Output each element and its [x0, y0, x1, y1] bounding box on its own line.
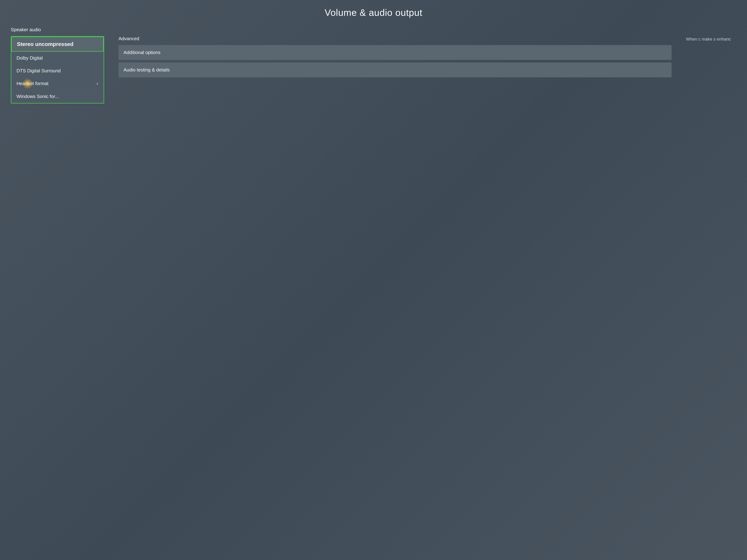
headset-label: Headset format	[17, 81, 49, 86]
dropdown-item-dts[interactable]: DTS Digital Surround	[11, 64, 103, 77]
right-description-text: When c make s enhanc	[686, 36, 736, 42]
left-panel: Speaker audio Stereo uncompressed Dolby …	[11, 27, 104, 104]
chevron-down-icon: ∨	[96, 82, 98, 86]
dropdown-list: Dolby Digital DTS Digital Surround Heads…	[11, 52, 104, 103]
dropdown-item-windows-sonic[interactable]: Windows Sonic for...	[11, 90, 103, 103]
speaker-audio-dropdown[interactable]: Stereo uncompressed Dolby Digital DTS Di…	[11, 36, 104, 104]
additional-options-label: Additional options	[124, 50, 160, 55]
selected-option-label: Stereo uncompressed	[17, 41, 73, 47]
audio-testing-label: Audio testing & details	[124, 67, 170, 73]
page-container: Volume & audio output Speaker audio Ster…	[0, 0, 747, 560]
content-area: Speaker audio Stereo uncompressed Dolby …	[11, 27, 736, 104]
audio-testing-button[interactable]: Audio testing & details	[119, 62, 672, 77]
dropdown-item-headset[interactable]: Headset format ∨	[11, 77, 103, 90]
additional-options-button[interactable]: Additional options	[119, 45, 672, 60]
dts-label: DTS Digital Surround	[17, 68, 61, 73]
far-right-panel: When c make s enhanc	[686, 27, 736, 42]
speaker-audio-label: Speaker audio	[11, 27, 104, 32]
dolby-label: Dolby Digital	[17, 55, 43, 61]
right-panel: Advanced Additional options Audio testin…	[119, 27, 672, 80]
dropdown-item-dolby[interactable]: Dolby Digital	[11, 52, 103, 64]
page-title: Volume & audio output	[11, 7, 736, 18]
dropdown-selected-item[interactable]: Stereo uncompressed	[11, 36, 104, 52]
windows-sonic-label: Windows Sonic for...	[17, 94, 59, 99]
advanced-label: Advanced	[119, 36, 672, 42]
